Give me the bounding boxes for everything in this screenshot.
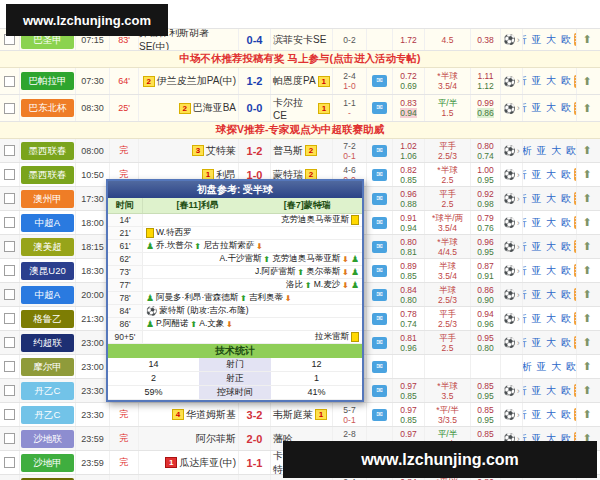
home-team-name[interactable]: 巴海亚BA bbox=[193, 101, 236, 115]
row-checkbox[interactable] bbox=[4, 103, 15, 114]
league-badge[interactable]: 沙地联 bbox=[21, 430, 74, 448]
analysis-links[interactable]: 析 亚 大 欧 bbox=[523, 168, 572, 182]
home-team[interactable]: 4柔斯塔维 bbox=[139, 475, 239, 480]
sub-out-player[interactable]: 吉利奥蒂 bbox=[249, 292, 283, 304]
analysis-links[interactable]: 析 亚 大 欧 bbox=[523, 33, 572, 47]
league-badge[interactable]: 澳昆U20 bbox=[21, 262, 74, 280]
league-badge[interactable]: 丹乙C bbox=[21, 382, 74, 400]
sub-in-player[interactable]: A.干沙雷斯 bbox=[219, 253, 261, 265]
sub-out-player[interactable]: A.文象 bbox=[199, 318, 224, 330]
sub-in-player[interactable]: 阿曼多·利昂·雷森德斯 bbox=[156, 292, 238, 304]
mail-icon[interactable]: ✉ bbox=[372, 75, 387, 87]
away-team[interactable]: 普马斯2 bbox=[271, 139, 333, 162]
mail-icon[interactable]: ✉ bbox=[372, 217, 387, 229]
arrow-up-icon[interactable]: ⬆ bbox=[582, 192, 591, 205]
arrow-up-icon[interactable]: ⬆ bbox=[582, 144, 591, 157]
sub-out-player[interactable]: 尼古拉斯索萨 bbox=[203, 240, 254, 252]
sub-in-player[interactable]: P.阿醋诺 bbox=[156, 318, 188, 330]
row-checkbox[interactable] bbox=[4, 265, 15, 276]
home-team[interactable]: 阿尔菲斯 bbox=[139, 427, 239, 450]
away-team-name[interactable]: 帕恩度PA bbox=[273, 74, 316, 88]
away-team[interactable]: 卡尔拉CE1 bbox=[271, 95, 333, 121]
football-icon[interactable]: ⚽ bbox=[503, 145, 515, 156]
football-icon[interactable]: ⚽ bbox=[503, 169, 515, 180]
away-team-name[interactable]: 卡尔拉CE bbox=[273, 96, 316, 121]
arrow-up-icon[interactable]: ⬆ bbox=[582, 336, 591, 349]
popup-col-away[interactable]: [春7]蒙特瑞 bbox=[253, 198, 363, 213]
away-team[interactable]: 滨菲安卡SE bbox=[271, 29, 333, 50]
mail-icon[interactable]: ✉ bbox=[372, 169, 387, 181]
mail-icon[interactable]: ✉ bbox=[372, 409, 387, 421]
league-badge[interactable]: 中超A bbox=[21, 214, 74, 232]
row-checkbox[interactable] bbox=[4, 361, 15, 372]
row-checkbox[interactable] bbox=[4, 289, 15, 300]
row-checkbox[interactable] bbox=[4, 409, 15, 420]
home-team-name[interactable]: 伊兰皮兰加PA(中) bbox=[157, 74, 236, 88]
mail-icon[interactable]: ✉ bbox=[372, 313, 387, 325]
arrow-up-icon[interactable]: ⬆ bbox=[582, 264, 591, 277]
mail-icon[interactable]: ✉ bbox=[372, 289, 387, 301]
arrow-up-icon[interactable]: ⬆ bbox=[582, 312, 591, 325]
mail-icon[interactable]: ✉ bbox=[372, 145, 387, 157]
league-badge[interactable]: 澳美超 bbox=[21, 238, 74, 256]
home-team-name[interactable]: 瓜达库亚(中) bbox=[179, 456, 236, 470]
home-team-name[interactable]: 华道姆斯基 bbox=[186, 408, 236, 422]
sub-out-player[interactable]: M.麦沙 bbox=[314, 279, 340, 291]
league-badge[interactable]: 澳州甲 bbox=[21, 190, 74, 208]
away-team-name[interactable]: 韦斯庭莱 bbox=[273, 408, 313, 422]
football-icon[interactable]: ⚽ bbox=[503, 385, 515, 396]
mail-icon[interactable]: ✉ bbox=[372, 193, 387, 205]
arrow-up-icon[interactable]: ⬆ bbox=[582, 33, 591, 46]
mail-icon[interactable]: ✉ bbox=[372, 385, 387, 397]
analysis-links[interactable]: 析 亚 大 欧 bbox=[523, 74, 572, 88]
football-icon[interactable]: ⚽ bbox=[503, 289, 515, 300]
mail-icon[interactable]: ✉ bbox=[372, 241, 387, 253]
away-team-name[interactable]: 普马斯 bbox=[273, 144, 303, 158]
football-icon[interactable]: ⚽ bbox=[503, 76, 515, 87]
arrow-up-icon[interactable]: ⬆ bbox=[582, 384, 591, 397]
arrow-up-icon[interactable]: ⬆ bbox=[582, 75, 591, 88]
home-team[interactable]: 1瓜达库亚(中) bbox=[139, 451, 239, 474]
analysis-links[interactable]: 析 亚 大 欧 bbox=[523, 144, 577, 158]
row-checkbox[interactable] bbox=[4, 76, 15, 87]
sub-out-player[interactable]: 奥尔蒂斯 bbox=[306, 266, 340, 278]
analysis-links[interactable]: 析 亚 大 欧 bbox=[523, 216, 572, 230]
analysis-links[interactable]: 析 亚 大 欧 bbox=[523, 101, 572, 115]
analysis-links[interactable]: 析 亚 大 欧 bbox=[523, 192, 572, 206]
home-team[interactable]: 4华道姆斯基 bbox=[139, 403, 239, 426]
player-name[interactable]: 蒙特斯 (助攻:吉尔.布隆) bbox=[159, 305, 248, 317]
arrow-up-icon[interactable]: ⬆ bbox=[582, 288, 591, 301]
league-badge[interactable]: 墨西联春 bbox=[21, 166, 74, 184]
away-team[interactable]: 韦斯庭莱1 bbox=[271, 403, 333, 426]
football-icon[interactable]: ⚽ bbox=[503, 217, 515, 228]
row-checkbox[interactable] bbox=[4, 385, 15, 396]
analysis-links[interactable]: 析 亚 大 欧 bbox=[523, 240, 572, 254]
arrow-up-icon[interactable]: ⬆ bbox=[582, 360, 591, 373]
analysis-links[interactable]: 析 亚 大 欧 bbox=[523, 384, 572, 398]
popup-col-home[interactable]: [春11]利昂 bbox=[143, 198, 253, 213]
home-team[interactable]: 2巴海亚BA bbox=[139, 95, 239, 121]
home-team[interactable]: 2伊兰皮兰加PA(中) bbox=[139, 68, 239, 94]
analysis-links[interactable]: 析 亚 大 欧 bbox=[523, 312, 572, 326]
row-checkbox[interactable] bbox=[4, 433, 15, 444]
mail-icon[interactable]: ✉ bbox=[372, 265, 387, 277]
mail-icon[interactable]: ✉ bbox=[372, 337, 387, 349]
league-badge[interactable]: 中超A bbox=[21, 286, 74, 304]
home-team-name[interactable]: 艾特莱 bbox=[206, 144, 236, 158]
promo-banner[interactable]: 中场不休推荐投稿有奖 马上参与(点击进入活动专帖) bbox=[0, 51, 600, 68]
league-badge[interactable]: 巴帕拉甲 bbox=[21, 72, 74, 90]
row-checkbox[interactable] bbox=[4, 457, 15, 468]
league-badge[interactable]: 约超联 bbox=[21, 334, 74, 352]
football-icon[interactable]: ⚽ bbox=[503, 241, 515, 252]
player-name[interactable]: 拉米雷斯 bbox=[315, 331, 349, 343]
analysis-links[interactable]: 析 亚 大 欧 bbox=[523, 360, 577, 374]
row-checkbox[interactable] bbox=[4, 169, 15, 180]
football-icon[interactable]: ⚽ bbox=[503, 34, 515, 45]
football-icon[interactable]: ⚽ bbox=[503, 193, 515, 204]
sub-out-player[interactable]: 克劳迪奥马蒂亚斯 bbox=[272, 253, 340, 265]
arrow-up-icon[interactable]: ⬆ bbox=[582, 240, 591, 253]
player-name[interactable]: W.特西罗 bbox=[156, 227, 191, 239]
row-checkbox[interactable] bbox=[4, 145, 15, 156]
league-badge[interactable]: 巴东北杯 bbox=[21, 99, 74, 117]
arrow-up-icon[interactable]: ⬆ bbox=[582, 168, 591, 181]
